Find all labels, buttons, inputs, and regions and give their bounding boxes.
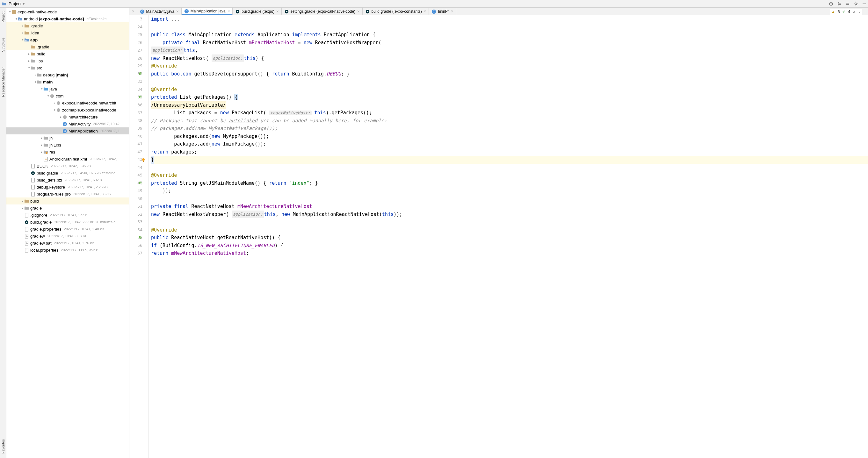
tree-arrow-icon[interactable]: ▾ <box>40 87 43 91</box>
project-tree[interactable]: ▾expo-call-native-code▾android [expo-cal… <box>6 8 129 458</box>
line-number[interactable]: 44 <box>129 164 143 172</box>
editor-tab[interactable]: settings.gradle (expo-call-native-code)× <box>282 8 363 15</box>
code-line[interactable]: new ReactNativeHost( application: this) … <box>151 55 868 62</box>
code-line[interactable]: @Override <box>151 226 868 234</box>
tree-arrow-icon[interactable] <box>27 192 31 196</box>
tree-arrow-icon[interactable]: ▾ <box>53 108 56 111</box>
line-number[interactable]: 54 <box>129 226 143 234</box>
tree-row[interactable]: ▾main <box>6 78 129 85</box>
tree-row[interactable]: MAndroidManifest.xml2022/9/17, 10:42, <box>6 156 129 162</box>
tree-arrow-icon[interactable]: ▸ <box>21 206 24 209</box>
tree-arrow-icon[interactable] <box>21 234 24 238</box>
line-number[interactable]: 28 <box>129 55 143 62</box>
tree-arrow-icon[interactable]: ▸ <box>53 101 56 104</box>
tree-row[interactable]: ▾com <box>6 92 129 99</box>
code-line[interactable]: public class MainApplication extends App… <box>151 31 868 39</box>
tree-row[interactable]: CMainApplication2022/9/17, 1 <box>6 127 129 134</box>
tree-arrow-icon[interactable] <box>21 214 24 217</box>
tree-row[interactable]: ▾android [expo-call-native-code]~/Deskto… <box>6 15 129 22</box>
editor-tab[interactable]: build.gradle (:expo)× <box>232 8 281 15</box>
code-line[interactable]: import ... <box>151 15 868 23</box>
locate-icon[interactable] <box>829 1 834 6</box>
code-line[interactable] <box>151 164 868 172</box>
code-editor[interactable]: import ...public class MainApplication e… <box>149 15 868 458</box>
line-number-gutter[interactable]: 3242526272829303334353637383940414243444… <box>129 15 149 458</box>
code-line[interactable] <box>151 218 868 226</box>
tree-row[interactable]: proguard-rules.pro2022/9/17, 10:41, 562 … <box>6 191 129 197</box>
tree-row[interactable]: shgradlew.bat2022/9/17, 10:41, 2.76 kB <box>6 239 129 247</box>
close-icon[interactable]: × <box>451 9 454 14</box>
tree-row[interactable]: ▸build <box>6 197 129 204</box>
editor-tab[interactable]: CIminPr× <box>429 8 456 15</box>
line-number[interactable]: 40 <box>129 132 143 140</box>
tree-row[interactable]: ▸jniLibs <box>6 141 129 149</box>
tree-arrow-icon[interactable]: ▸ <box>21 199 24 203</box>
tree-arrow-icon[interactable] <box>21 220 24 224</box>
tree-row[interactable]: ▸libs <box>6 57 129 64</box>
tree-arrow-icon[interactable]: ▸ <box>34 73 37 76</box>
line-number[interactable]: 41 <box>129 140 143 148</box>
close-icon[interactable]: × <box>424 9 426 14</box>
tree-arrow-icon[interactable] <box>27 171 31 174</box>
close-icon[interactable]: × <box>357 9 360 14</box>
code-line[interactable]: if (BuildConfig.IS_NEW_ARCHITECTURE_ENAB… <box>151 242 868 250</box>
tree-row[interactable]: build_defs.bzl2022/9/17, 10:41, 602 B <box>6 176 129 184</box>
intention-bulb-icon[interactable] <box>141 158 144 161</box>
tree-row[interactable]: ▸expocallnativecode.newarchit <box>6 99 129 106</box>
code-line[interactable] <box>151 78 868 86</box>
tree-arrow-icon[interactable]: ▸ <box>40 150 43 154</box>
tree-arrow-icon[interactable]: ▾ <box>46 94 50 97</box>
code-line[interactable]: application: this, <box>151 46 868 55</box>
side-tab-project[interactable]: Project <box>1 10 6 24</box>
tree-arrow-icon[interactable] <box>27 178 31 182</box>
editor-tab[interactable]: CMainApplication.java× <box>182 8 233 15</box>
code-line[interactable]: private final ReactNativeHost mReactNati… <box>151 39 868 47</box>
tree-row[interactable]: ▸.idea <box>6 29 129 36</box>
line-number[interactable]: 53 <box>129 218 143 226</box>
close-icon[interactable]: × <box>227 9 230 13</box>
line-number[interactable]: 29 <box>129 62 143 70</box>
tree-arrow-icon[interactable]: ▸ <box>59 115 62 119</box>
side-tab-favorites[interactable]: Favorites <box>1 438 6 455</box>
tree-arrow-icon[interactable] <box>27 185 31 189</box>
chevron-up-icon[interactable]: ∧ <box>853 9 856 14</box>
code-line[interactable] <box>151 23 868 31</box>
line-number[interactable]: 51 <box>129 203 143 210</box>
tree-arrow-icon[interactable]: ▸ <box>21 24 24 27</box>
code-line[interactable]: packages.add(new MyAppPackage()); <box>151 132 868 140</box>
tree-arrow-icon[interactable] <box>40 157 43 161</box>
tree-arrow-icon[interactable]: ▸ <box>40 143 43 146</box>
tree-row[interactable]: debug.keystore2022/9/17, 10:41, 2.26 kB <box>6 184 129 191</box>
line-number[interactable]: 39 <box>129 125 143 132</box>
tree-arrow-icon[interactable]: ▾ <box>21 38 24 41</box>
line-number[interactable]: 46 <box>129 179 143 187</box>
editor-tab[interactable]: build.gradle (:expo-constants)× <box>363 8 429 15</box>
override-marker-icon[interactable] <box>138 181 142 185</box>
tree-row[interactable]: ▾app <box>6 36 129 43</box>
line-number[interactable]: 24 <box>129 23 143 31</box>
tree-row[interactable]: .gradle <box>6 43 129 50</box>
tree-row[interactable]: CMainActivity2022/9/17, 10:42 <box>6 120 129 127</box>
line-number[interactable]: 38 <box>129 117 143 125</box>
line-number[interactable]: 49 <box>129 187 143 195</box>
tree-row[interactable]: build.gradle2022/9/17, 10:42, 2.33 kB 20… <box>6 219 129 226</box>
code-line[interactable]: private final ReactNativeHost mNewArchit… <box>151 203 868 210</box>
code-line[interactable]: }); <box>151 187 868 195</box>
line-number[interactable]: 36 <box>129 101 143 109</box>
code-line[interactable]: public boolean getUseDeveloperSupport() … <box>151 70 868 78</box>
tree-row[interactable]: local.properties2022/9/17, 11:09, 352 B <box>6 247 129 254</box>
chevron-down-icon[interactable]: ∨ <box>858 9 861 14</box>
expand-all-icon[interactable] <box>837 1 842 6</box>
line-number[interactable]: 34 <box>129 86 143 94</box>
tree-row[interactable]: build.gradle2022/9/17, 14:30, 16.6 kB Ye… <box>6 169 129 176</box>
tree-arrow-icon[interactable] <box>59 129 62 132</box>
inspection-status[interactable]: ▲6 ✔4 ∧ ∨ <box>830 9 862 15</box>
tree-arrow-icon[interactable]: ▸ <box>27 52 31 56</box>
line-number[interactable]: 43 <box>129 156 143 164</box>
code-line[interactable]: // Packages that cannot be autolinked ye… <box>151 117 868 125</box>
tree-row[interactable]: ▸res <box>6 149 129 156</box>
tree-row[interactable]: ▾expo-call-native-code <box>6 8 129 15</box>
tree-row[interactable]: ▾java <box>6 85 129 92</box>
code-line[interactable]: } <box>151 156 868 164</box>
line-number[interactable]: 27 <box>129 46 143 55</box>
